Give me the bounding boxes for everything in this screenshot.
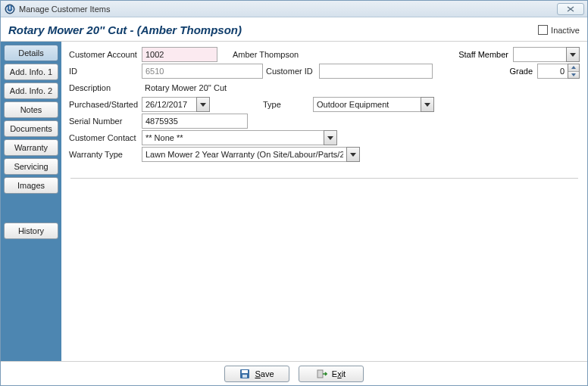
label-grade: Grade: [477, 67, 537, 76]
label-id: ID: [69, 67, 142, 76]
purchased-date-input[interactable]: [142, 97, 196, 112]
sidebar-item-warranty[interactable]: Warranty: [4, 139, 58, 156]
svg-rect-5: [317, 370, 323, 378]
label-description: Description: [69, 83, 142, 92]
footer: Save Exit: [1, 361, 587, 385]
inactive-label: Inactive: [551, 26, 580, 35]
label-customer-account: Customer Account: [69, 50, 142, 59]
sidebar-item-add-info-1[interactable]: Add. Info. 1: [4, 64, 58, 80]
staff-member-combo[interactable]: [513, 47, 580, 62]
grade-input[interactable]: [537, 64, 568, 79]
form-panel: Customer Account Amber Thompson ID Custo…: [61, 42, 587, 361]
sidebar-item-details[interactable]: Details: [4, 45, 58, 61]
svg-rect-1: [9, 5, 10, 9]
chevron-down-icon[interactable]: [324, 130, 337, 145]
label-warranty-type: Warranty Type: [69, 150, 142, 159]
chevron-down-icon[interactable]: [196, 97, 210, 112]
exit-icon: [317, 369, 327, 379]
warranty-type-combo[interactable]: [142, 147, 360, 162]
header: Rotary Mower 20'' Cut - (Amber Thompson)…: [1, 17, 587, 42]
label-serial: Serial Number: [69, 117, 142, 126]
customer-name-text: Amber Thompson: [233, 50, 299, 59]
sidebar-item-add-info-2[interactable]: Add. Info. 2: [4, 82, 58, 99]
svg-rect-4: [242, 375, 247, 378]
inactive-checkbox[interactable]: Inactive: [538, 25, 580, 35]
contact-input[interactable]: [142, 130, 324, 145]
purchased-date-combo[interactable]: [142, 97, 210, 112]
close-button[interactable]: [557, 3, 584, 15]
checkbox-icon: [538, 25, 548, 35]
chevron-down-icon[interactable]: [346, 147, 360, 162]
divider: [70, 178, 578, 179]
save-button[interactable]: Save: [224, 366, 289, 382]
save-icon: [239, 369, 250, 379]
serial-input[interactable]: [142, 114, 248, 129]
spin-up-icon[interactable]: [568, 64, 579, 71]
grade-stepper[interactable]: [537, 64, 580, 79]
body: Details Add. Info. 1 Add. Info. 2 Notes …: [1, 42, 587, 361]
customer-id-input[interactable]: [319, 64, 433, 79]
sidebar-item-history[interactable]: History: [4, 223, 58, 239]
exit-label: Exit: [332, 369, 346, 378]
sidebar-item-images[interactable]: Images: [4, 177, 58, 194]
save-label: Save: [255, 369, 274, 378]
type-combo[interactable]: [313, 97, 434, 112]
spin-down-icon[interactable]: [568, 71, 579, 79]
chevron-down-icon[interactable]: [566, 47, 580, 62]
app-icon: [4, 3, 16, 15]
sidebar: Details Add. Info. 1 Add. Info. 2 Notes …: [1, 42, 61, 361]
label-purchased: Purchased/Started: [69, 100, 142, 109]
customer-account-input[interactable]: [142, 47, 217, 62]
id-input: [142, 64, 263, 79]
label-type: Type: [263, 100, 290, 109]
sidebar-item-servicing[interactable]: Servicing: [4, 158, 58, 175]
type-input[interactable]: [313, 97, 421, 112]
warranty-type-input[interactable]: [142, 147, 346, 162]
svg-rect-3: [242, 370, 248, 373]
window-title: Manage Customer Items: [19, 5, 110, 14]
label-customer-id: Customer ID: [266, 67, 319, 76]
chevron-down-icon[interactable]: [421, 97, 434, 112]
page-title: Rotary Mower 20'' Cut - (Amber Thompson): [8, 23, 242, 36]
exit-button[interactable]: Exit: [299, 366, 364, 382]
description-text: [142, 80, 363, 95]
contact-combo[interactable]: [142, 130, 337, 145]
staff-member-input[interactable]: [513, 47, 566, 62]
right-field-group: Staff Member Grade: [452, 46, 580, 79]
label-contact: Customer Contact: [69, 133, 142, 142]
sidebar-item-notes[interactable]: Notes: [4, 101, 58, 118]
label-staff-member: Staff Member: [452, 50, 513, 59]
titlebar: Manage Customer Items: [1, 1, 587, 17]
window: Manage Customer Items Rotary Mower 20'' …: [0, 0, 588, 386]
sidebar-item-documents[interactable]: Documents: [4, 120, 58, 137]
